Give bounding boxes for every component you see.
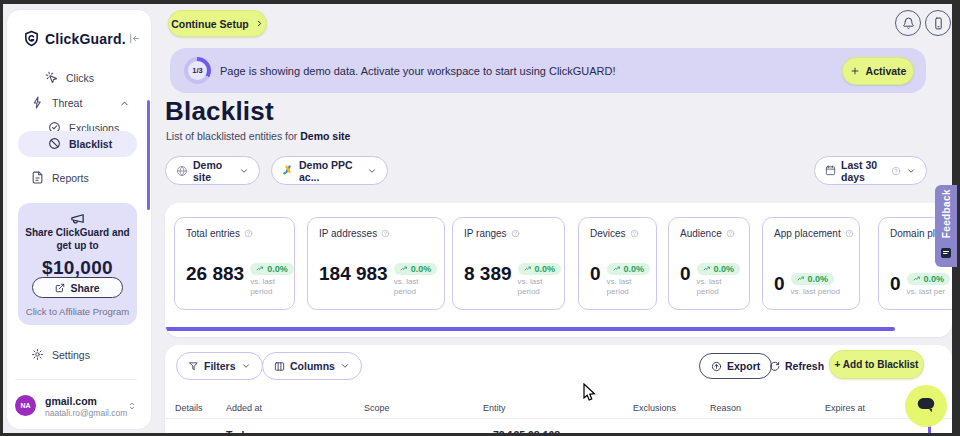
column-header-reason[interactable]: Reason — [710, 403, 741, 413]
stat-vs-label: vs. last period — [518, 277, 556, 297]
stat-title: Domain pla — [890, 228, 941, 239]
sidebar-item-label: Blacklist — [69, 138, 112, 150]
window-frame-top — [0, 0, 960, 4]
columns-button[interactable]: Columns — [262, 352, 362, 380]
chat-bubble-icon — [915, 393, 937, 419]
export-button[interactable]: Export — [699, 353, 772, 379]
date-range-selector[interactable]: Last 30 days — [814, 156, 927, 185]
sidebar: ClickGuard. Clicks Threat Exclusions Bla… — [6, 9, 152, 430]
sidebar-item-blacklist[interactable]: Blacklist — [48, 137, 112, 150]
plus-icon — [850, 66, 860, 76]
add-to-blacklist-label: + Add to Blacklist — [835, 359, 919, 370]
site-selector[interactable]: Demo site — [165, 156, 260, 185]
refresh-button[interactable]: Refresh — [769, 353, 824, 379]
gear-icon — [31, 348, 44, 361]
help-circle-icon[interactable] — [845, 229, 854, 238]
export-label: Export — [727, 360, 760, 372]
chevron-up-icon[interactable] — [119, 98, 130, 109]
continue-setup-button[interactable]: Continue Setup — [168, 10, 267, 37]
date-range-value: Last 30 days — [841, 159, 886, 183]
column-header-added-at[interactable]: Added at — [226, 403, 262, 413]
filters-label: Filters — [204, 360, 236, 372]
chevron-down-icon — [241, 361, 251, 371]
stat-value: 0 — [890, 273, 901, 295]
stats-horizontal-scrollbar[interactable] — [165, 327, 895, 331]
help-circle-icon[interactable] — [630, 229, 639, 238]
column-header-scope[interactable]: Scope — [364, 403, 390, 413]
account-name: gmail.com — [45, 395, 97, 407]
export-icon — [711, 361, 722, 372]
stat-title: Total entries — [186, 228, 240, 239]
help-circle-icon[interactable] — [726, 229, 735, 238]
stat-vs-label: vs. last period — [394, 277, 432, 297]
chevron-right-icon — [255, 19, 264, 28]
columns-icon — [274, 361, 285, 372]
sidebar-item-label: Reports — [52, 172, 89, 184]
sidebar-item-threat[interactable]: Threat — [31, 96, 82, 109]
stat-change-badge: 0.0% — [907, 273, 951, 285]
help-circle-icon[interactable] — [244, 229, 253, 238]
activate-button[interactable]: Activate — [842, 57, 914, 85]
stat-card-devices: Devices 0 0.0% vs. last period — [578, 217, 657, 310]
setup-progress-ring: 1/3 — [184, 57, 211, 84]
megaphone-icon — [18, 203, 137, 226]
ban-icon — [48, 137, 61, 150]
stat-change-badge: 0.0% — [697, 263, 741, 275]
stat-change-badge: 0.0% — [250, 263, 294, 275]
promo-amount: $10,000 — [18, 257, 137, 279]
column-header-details[interactable]: Details — [175, 403, 203, 413]
share-button-label: Share — [70, 282, 99, 294]
add-to-blacklist-button[interactable]: + Add to Blacklist — [829, 350, 924, 379]
column-header-entity[interactable]: Entity — [483, 403, 506, 413]
account-selector[interactable]: Demo PPC ac... — [271, 156, 388, 185]
filters-button[interactable]: Filters — [176, 352, 263, 380]
stat-change-badge: 0.0% — [394, 263, 438, 275]
stat-title: IP ranges — [464, 228, 507, 239]
affiliate-promo-card[interactable]: Share ClickGuard and get up to $10,000 S… — [18, 203, 137, 325]
stat-value: 184 983 — [319, 263, 388, 285]
mobile-app-button[interactable] — [925, 10, 951, 36]
help-circle-icon[interactable] — [381, 229, 390, 238]
sidebar-item-settings[interactable]: Settings — [31, 348, 90, 361]
stat-card-audience: Audience 0 0.0% vs. last period — [668, 217, 750, 310]
share-button[interactable]: Share — [32, 277, 123, 298]
feedback-tab[interactable]: Feedback — [935, 185, 957, 267]
site-selector-value: Demo site — [193, 159, 234, 183]
sidebar-collapse-icon[interactable] — [128, 32, 141, 45]
document-icon — [31, 171, 44, 184]
stat-value: 0 — [590, 263, 601, 285]
account-switcher-icon[interactable] — [127, 401, 137, 411]
sidebar-divider — [15, 379, 137, 380]
sidebar-scrollbar[interactable] — [147, 100, 150, 210]
stat-vs-label: vs. last per — [907, 287, 951, 297]
setup-progress-label: 1/3 — [188, 61, 207, 80]
column-header-expires-at[interactable]: Expires at — [825, 403, 865, 413]
sidebar-item-reports[interactable]: Reports — [31, 171, 89, 184]
demo-data-banner: 1/3 Page is showing demo data. Activate … — [170, 48, 926, 93]
banner-message: Page is showing demo data. Activate your… — [220, 48, 616, 93]
stat-vs-label: vs. last period — [607, 277, 645, 297]
bell-icon — [902, 17, 915, 30]
logo: ClickGuard. — [23, 30, 126, 47]
help-circle-icon — [891, 166, 901, 176]
refresh-label: Refresh — [785, 360, 824, 372]
chat-widget-button[interactable] — [905, 385, 947, 427]
stat-value: 8 389 — [464, 263, 512, 285]
stat-value: 0 — [680, 263, 691, 285]
stat-change-badge: 0.0% — [607, 263, 651, 275]
table-header-divider — [165, 418, 952, 419]
account-selector-value: Demo PPC ac... — [299, 159, 362, 183]
avatar[interactable]: NA — [15, 395, 36, 416]
stats-panel: Total entries 26 883 0.0% vs. last perio… — [165, 203, 952, 337]
notifications-button[interactable] — [895, 10, 921, 36]
sidebar-item-clicks[interactable]: Clicks — [45, 71, 94, 84]
account-email: naatali.ro@gmail.com — [45, 408, 127, 418]
stat-card-total-entries: Total entries 26 883 0.0% vs. last perio… — [174, 217, 295, 310]
window-frame-left — [0, 0, 3, 436]
help-circle-icon[interactable] — [511, 229, 520, 238]
column-header-exclusions[interactable]: Exclusions — [633, 403, 676, 413]
chevron-down-icon — [340, 361, 350, 371]
stat-value: 0 — [774, 273, 785, 295]
chevron-down-icon — [239, 166, 249, 176]
stat-vs-label: vs. last period — [250, 277, 288, 297]
